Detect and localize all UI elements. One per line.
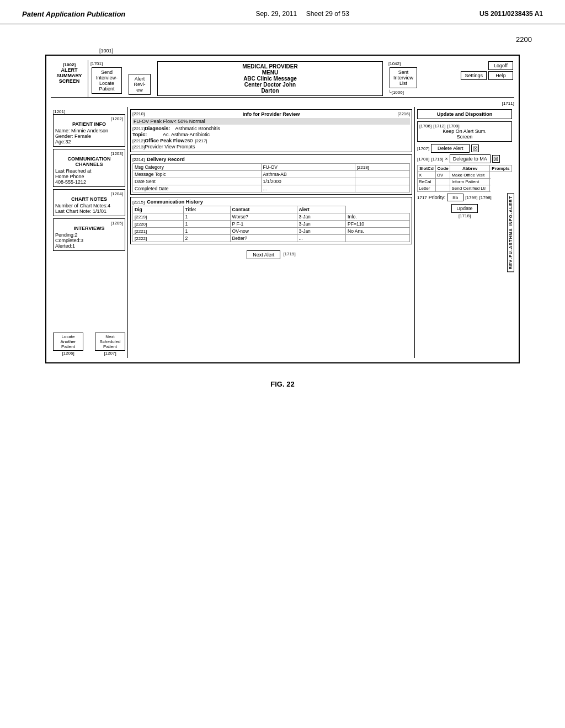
settings-btn[interactable]: Settings <box>461 71 487 80</box>
delete-alert-checkbox[interactable]: ☒ <box>471 144 479 152</box>
peak-flow-label: Office Peak Flow <box>145 138 184 143</box>
peak-flow-row: [2212] Office Peak Flow 260 [2217] <box>132 138 410 143</box>
ref-1709: [1709] <box>447 124 460 129</box>
header-center: Sep. 29, 2011 Sheet 29 of 53 <box>255 10 349 18</box>
peak-flow-value: 260 <box>184 138 193 143</box>
logoff-btn[interactable]: Logoff <box>488 61 513 70</box>
msg-topic-value: Asthma-AB <box>261 171 355 178</box>
highlighted-fu-ov: FU-OV Peak Flow< 50% Normal <box>132 118 410 125</box>
header-publication: Patent Application Publication <box>22 10 125 18</box>
patient-name: Name: Minnie Anderson <box>55 128 123 133</box>
next-alert-btn[interactable]: Next Alert <box>247 250 280 259</box>
diagnosis-row: [2211] Diagnosis: Asthmatic Bronchitis <box>132 126 410 131</box>
ref-1799: [1799] <box>465 195 477 200</box>
alert-summary-col: [1002] ALERT SUMMARY SCREEN <box>51 60 88 97</box>
update-btn[interactable]: Update <box>451 204 477 213</box>
top-nav: [1701] Send Interview- Locate Patient Al… <box>88 60 420 97</box>
next-patient-btn[interactable]: Next Scheduled Patient <box>95 333 125 351</box>
keep-on-alert-label: Keep On Alert Sum. Screen <box>419 129 510 140</box>
ref-1719: [1719] <box>283 251 295 256</box>
chart-notes-last: Last Chart Note: 1/1/01 <box>55 208 123 214</box>
chart-notes-title: CHART NOTES <box>55 196 123 202</box>
table-row: ReCal Inform Patient <box>418 179 512 185</box>
ref-2218: [2218] <box>355 164 409 171</box>
ref-1203: [1203] <box>55 151 123 156</box>
side-label: REV-FU-ASTHMA INFO-ALERT <box>507 193 514 272</box>
interviews-section: [1205] INTERVIEWS Pending:2 Completed:3 … <box>53 218 125 251</box>
interviews-alerted: Alerted:1 <box>55 243 123 249</box>
nav-medical-provider-menu[interactable]: MEDICAL PROVIDER MENU ABC Clinic Message… <box>157 61 383 96</box>
delivery-table: Msg Category FU-OV [2218] Message Topic … <box>132 163 410 192</box>
delete-alert-btn[interactable]: Delete Alert <box>431 144 470 153</box>
nav-alert-review[interactable]: Alert Revi- ew <box>129 74 151 95</box>
table-row: Letter Send Certified Ltr <box>418 185 512 192</box>
interviews-pending: Pending:2 <box>55 232 123 238</box>
update-dispo-btn[interactable]: Update and Disposition <box>417 109 512 119</box>
ref-2215: [2215] <box>132 200 145 205</box>
ref-1718: [1718] <box>459 213 471 218</box>
ref-1042: [1042] <box>388 61 418 66</box>
diagnosis-label: Diagnosis: <box>145 126 175 131</box>
table-row: [2221] 1 OV-now 3-Jan No Ans. <box>133 228 410 235</box>
ref-2221: [2221] <box>133 228 184 235</box>
ref-1204: [1204] <box>55 191 123 196</box>
delegate-checkbox[interactable]: ☒ <box>492 155 500 163</box>
provider-review-section: [2210] Info for Provider Review [2216] F… <box>130 109 412 152</box>
delete-alert-row: [1707] Delete Alert ☒ <box>417 144 512 153</box>
topic-label: Topic: <box>132 132 163 137</box>
msg-cat-value: FU-OV <box>261 164 355 171</box>
locate-patient-btn[interactable]: Locate Another Patient <box>53 333 83 351</box>
patient-gender: Gender: Female <box>55 133 123 139</box>
figure-caption: FIG. 22 <box>270 380 294 388</box>
ref-1798: [1798] <box>479 195 492 200</box>
ref-1002: [1002] <box>53 62 86 67</box>
table-row: Msg Category FU-OV [2218] <box>133 164 410 171</box>
chart-notes-section: [1204] CHART NOTES Number of Chart Notes… <box>53 189 125 216</box>
locate-btn-wrap: Locate Another Patient [1206] <box>53 333 83 356</box>
ref-1001: [1001] <box>99 48 113 53</box>
ref-2210: [2210] <box>132 111 145 117</box>
ref-1706: [1706] <box>419 124 431 129</box>
comm-phone-type: Home Phone <box>55 174 123 179</box>
ref-1006: └[1006] <box>388 90 418 95</box>
figure-area: 2200 [1001] [1002] ALERT SUMMARY SCREEN … <box>0 24 565 399</box>
right-top-nav: Logoff Settings Help <box>420 60 514 97</box>
ref-2212: [2212] <box>132 138 145 143</box>
nav-sent-interview[interactable]: Sent Interview List <box>390 67 417 88</box>
ref-1205: [1205] <box>55 221 123 226</box>
delivery-record-section: [2214] Delivery Record Msg Category FU-O… <box>130 154 412 195</box>
comm-channels-section: [1203] COMMUNICATION CHANNELS Last Reach… <box>53 149 125 187</box>
diagram-number: 2200 <box>516 35 532 44</box>
ref-2214: [2214] <box>132 157 145 162</box>
delegate-ma-btn[interactable]: Delegate to MA <box>450 154 491 163</box>
help-btn[interactable]: Help <box>488 71 513 80</box>
comm-history-title: Communication History <box>147 199 203 205</box>
bottom-nav-btns: Locate Another Patient [1206] Next Sched… <box>53 330 125 356</box>
comm-phone-number: 408-555-1212 <box>55 179 123 185</box>
settings-row: Settings Help <box>461 71 513 80</box>
comm-reached: Last Reached at <box>55 168 123 174</box>
top-bar: [1002] ALERT SUMMARY SCREEN [1701] Send … <box>51 60 514 98</box>
ref-1717: 1717 <box>417 195 427 200</box>
ref-1701: [1701] <box>90 61 103 66</box>
diagram-container: [1002] ALERT SUMMARY SCREEN [1701] Send … <box>45 55 520 363</box>
ref-2222: [2222] <box>133 235 184 242</box>
patient-info-section: [1202] PATIENT INFO Name: Minnie Anderso… <box>53 114 125 147</box>
ref-2220: [2220] <box>133 221 184 228</box>
ref-1708: [1708] <box>417 157 429 162</box>
date-sent-value: 1/1/2000 <box>261 178 355 185</box>
ref-1207: [1207] <box>95 351 125 356</box>
nav-send-interview[interactable]: Send Interview- Locate Patient <box>92 67 122 94</box>
table-row: [2219] 1 Worse? 3-Jan Info. <box>133 213 410 221</box>
table-row: Date Sent 1/1/2000 <box>133 178 410 185</box>
ref-1716: [1716] <box>431 157 443 162</box>
comm-history-table: Dig Title: Contact Alert [2219] 1 Worse? <box>132 206 410 242</box>
msg-cat-label: Msg Category <box>133 164 262 171</box>
alert-summary-label: ALERT SUMMARY SCREEN <box>53 67 86 84</box>
date-sent-label: Date Sent <box>133 178 262 185</box>
ref-1707: [1707] <box>417 146 429 151</box>
ref-2217: [2217] <box>195 138 207 143</box>
table-row: X OV Make Office Visit <box>418 172 512 179</box>
diagnosis-value: Asthmatic Bronchitis <box>175 126 220 131</box>
completed-date-value: ... <box>261 185 355 192</box>
